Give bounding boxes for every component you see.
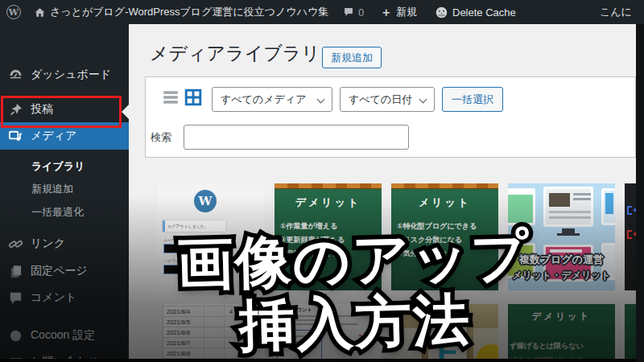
monitor-stand bbox=[557, 233, 580, 236]
wp-logo-menu[interactable]: W bbox=[6, 0, 21, 24]
bottom-black-bar bbox=[0, 359, 644, 362]
sidebar-label-dashboard: ダッシュボード bbox=[31, 68, 111, 82]
sheet-row: 2021/8/8 bbox=[158, 348, 265, 359]
thumb-caption-line: メリット・デメリット bbox=[508, 269, 615, 282]
comments-icon bbox=[8, 290, 23, 306]
media-thumb-seo-blocks[interactable]: E bbox=[391, 304, 498, 362]
sidebar-item-links[interactable]: リンク bbox=[0, 230, 129, 257]
media-toolbar-card: すべてのメディア すべての日付 一括選択 検索 bbox=[145, 76, 636, 158]
add-new-button[interactable]: 新規追加 bbox=[322, 47, 382, 68]
sidebar-item-comments[interactable]: コメント bbox=[0, 284, 129, 311]
scrollbar-dark-strip[interactable] bbox=[636, 24, 644, 362]
doc-highlight-box bbox=[277, 330, 322, 362]
sidebar-item-media[interactable]: メディア bbox=[0, 122, 129, 150]
search-input[interactable] bbox=[184, 125, 409, 150]
date-filter-value: すべての日付 bbox=[349, 93, 412, 107]
delete-cache-label: Delete Cache bbox=[452, 6, 516, 19]
wordpress-logo-icon: W bbox=[6, 5, 21, 19]
admin-sidebar: ダッシュボード 投稿 メディア ライブラリ 新規追加 一括最適化 リンク bbox=[0, 24, 129, 362]
sheet-date: 2021/8/5 bbox=[167, 317, 190, 327]
media-thumb-document[interactable]: 文字数カウント 2 bbox=[275, 304, 382, 362]
wordpress-login-logo-icon: W bbox=[194, 190, 217, 212]
sidebar-item-media-add-new[interactable]: 新規追加 bbox=[0, 180, 129, 198]
password-label: パスワード bbox=[163, 258, 184, 263]
doc-text-line bbox=[278, 319, 334, 321]
sheet-row: 2021/8/7 bbox=[158, 338, 265, 348]
sidebar-label-comments: コメント bbox=[31, 290, 76, 305]
sheet-row: 2021/8/5 bbox=[158, 317, 265, 327]
wood-frame bbox=[391, 183, 498, 189]
sheet-date: 2021/8/6 bbox=[167, 327, 190, 338]
sheet-date: 2021/8/8 bbox=[167, 348, 190, 359]
login-message: ログアウトしました。 bbox=[163, 220, 225, 232]
monitor-illustration bbox=[508, 188, 535, 225]
sheet-row: 2021/8/6 bbox=[158, 327, 265, 338]
media-thumb-login-screenshot[interactable]: W ログアウトしました。 ユーザー名またはメールアドレス パスワード bbox=[158, 183, 265, 290]
sheet-value: 4 bbox=[229, 306, 233, 317]
media-thumb-demerit-board-2[interactable]: デメリット ず稼げるとは限らない げるまで時間がかかる bbox=[508, 304, 615, 362]
sidebar-label-library: ライブラリ bbox=[31, 159, 85, 174]
doc-text-line bbox=[278, 315, 350, 317]
account-menu[interactable]: こんに bbox=[600, 0, 637, 24]
site-title: さっとがブログ-WordPressブログ運営に役立つノウハウ集 bbox=[50, 5, 328, 19]
sheet-date: 2021/8/4 bbox=[167, 306, 190, 317]
sidebar-item-posts[interactable]: 投稿 bbox=[0, 96, 129, 123]
sidebar-label-posts: 投稿 bbox=[31, 102, 53, 117]
sidebar-item-bulk-optimize[interactable]: 一括最適化 bbox=[0, 204, 129, 221]
chevron-down-icon bbox=[419, 96, 427, 104]
pushpin-icon bbox=[8, 102, 23, 117]
grid-view-icon[interactable] bbox=[184, 88, 202, 106]
sheet-gutter bbox=[158, 304, 163, 362]
new-content-menu[interactable]: ＋ 新規 bbox=[380, 0, 417, 24]
media-type-filter-select[interactable]: すべてのメディア bbox=[212, 87, 332, 112]
media-type-filter-value: すべてのメディア bbox=[221, 93, 306, 107]
media-library-page: メディアライブラリ 新規追加 すべてのメディア すべての日付 一括選択 検索 W… bbox=[129, 24, 644, 362]
site-name-menu[interactable]: さっとがブログ-WordPressブログ運営に役立つノウハウ集 bbox=[34, 0, 328, 24]
sidebar-item-dashboard[interactable]: ダッシュボード bbox=[0, 61, 129, 88]
media-icon bbox=[8, 129, 23, 144]
board-list-item: ①作業量が増える bbox=[280, 220, 345, 233]
sidebar-item-cocoon-settings[interactable]: Cocoon 設定 bbox=[0, 322, 129, 349]
sheet-gridline bbox=[242, 304, 242, 362]
sidebar-item-pages[interactable]: 固定ページ bbox=[0, 257, 129, 285]
comment-bubble-icon bbox=[343, 6, 354, 18]
comment-count: 0 bbox=[358, 6, 364, 19]
username-label: ユーザー名またはメールアドレス bbox=[163, 237, 225, 242]
sheet-date: 2021/8/7 bbox=[167, 338, 190, 348]
doc-red-number: 2 bbox=[358, 333, 362, 341]
home-icon bbox=[34, 6, 46, 19]
board-list-item: ず稼げるとは限らない bbox=[510, 341, 584, 352]
media-thumb-merit-board[interactable]: メリット ①特化型ブログにできる ②リスク分散になる ③気分転換になる bbox=[391, 183, 498, 290]
red-bracket-mark bbox=[627, 230, 632, 239]
current-menu-arrow bbox=[122, 105, 129, 119]
blue-bracket-mark bbox=[627, 206, 632, 215]
redacted-password-field bbox=[163, 265, 221, 274]
board-list-item: ①特化型ブログにできる bbox=[397, 220, 477, 233]
sheet-row: 2021/8/4 4 bbox=[158, 306, 265, 317]
admin-bar: W さっとがブログ-WordPressブログ運営に役立つノウハウ集 0 ＋ 新規… bbox=[0, 0, 644, 24]
sidebar-label-cocoon: Cocoon 設定 bbox=[31, 328, 95, 343]
date-filter-select[interactable]: すべての日付 bbox=[340, 87, 435, 112]
media-thumb-demerit-board[interactable]: デメリット ①作業量が増える ②更新頻度が落ちる ③収益が伸びにくい bbox=[275, 183, 382, 290]
board-list-item: ②リスク分散になる bbox=[397, 233, 477, 247]
bulk-select-button[interactable]: 一括選択 bbox=[442, 87, 503, 112]
board-title: メリット bbox=[391, 195, 498, 210]
delete-cache-menu[interactable]: Delete Cache bbox=[435, 0, 516, 24]
cheetah-cache-icon bbox=[435, 6, 448, 19]
doc-text-line bbox=[278, 323, 358, 325]
monitor-illustration bbox=[543, 187, 593, 227]
sidebar-label-bulk-optimize: 一括最適化 bbox=[31, 205, 84, 220]
greeting-text: こんに bbox=[600, 5, 632, 19]
board-list-item: ②更新頻度が落ちる bbox=[280, 233, 345, 247]
thumb-caption-line: 複数ブログの運営 bbox=[508, 253, 615, 267]
media-thumb-spreadsheet[interactable]: 2021/8/4 4 2021/8/5 2021/8/6 2021/8/7 20… bbox=[158, 304, 265, 362]
media-thumb-multiblog[interactable]: 複数ブログの運営 メリット・デメリット bbox=[508, 183, 615, 290]
letter-block-e: E bbox=[428, 323, 467, 362]
board-title: デメリット bbox=[508, 311, 615, 323]
sidebar-item-library[interactable]: ライブラリ bbox=[0, 158, 129, 175]
comments-menu[interactable]: 0 bbox=[343, 0, 364, 24]
list-view-icon[interactable] bbox=[162, 88, 180, 106]
dashboard-gauge-icon bbox=[8, 68, 23, 83]
sheet-gridline bbox=[224, 304, 225, 362]
sheet-gridline bbox=[204, 304, 204, 362]
